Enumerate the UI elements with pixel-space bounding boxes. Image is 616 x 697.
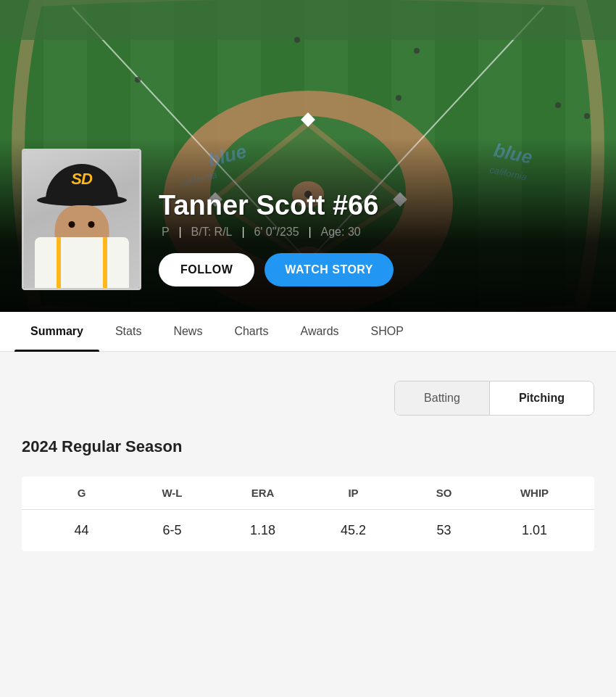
stats-table: G W-L ERA IP SO WHIP 44 6-5 1.18 45.2 53…: [22, 477, 594, 551]
col-g: G: [36, 487, 127, 499]
stat-whip: 1.01: [489, 523, 580, 538]
col-so: SO: [399, 487, 489, 499]
tab-awards[interactable]: Awards: [285, 312, 355, 351]
player-position: P: [162, 226, 170, 238]
batting-toggle[interactable]: Batting: [395, 382, 490, 415]
stat-so: 53: [399, 523, 489, 538]
hero-buttons: FOLLOW WATCH STORY: [159, 253, 394, 286]
tab-summary[interactable]: Summary: [14, 312, 99, 351]
stat-ip: 45.2: [308, 523, 399, 538]
stats-header: G W-L ERA IP SO WHIP: [22, 477, 594, 510]
hero-section: blue california blue california SD: [0, 0, 616, 312]
svg-point-38: [555, 102, 561, 108]
svg-point-35: [135, 77, 141, 83]
watch-story-button[interactable]: WATCH STORY: [265, 253, 394, 286]
main-content: Batting Pitching 2024 Regular Season G W…: [0, 352, 616, 642]
stat-toggle: Batting Pitching: [22, 381, 594, 416]
player-age: Age: 30: [321, 226, 361, 238]
player-name: Tanner Scott #66: [159, 190, 394, 221]
follow-button[interactable]: FOLLOW: [159, 253, 254, 286]
svg-point-39: [584, 113, 590, 119]
player-bats-throws: B/T: R/L: [191, 226, 233, 238]
svg-point-37: [414, 48, 420, 54]
tab-charts[interactable]: Charts: [218, 312, 284, 351]
col-wl: W-L: [127, 487, 217, 499]
svg-point-34: [396, 95, 401, 101]
col-ip: IP: [308, 487, 399, 499]
player-details: P | B/T: R/L | 6' 0"/235 | Age: 30: [159, 226, 394, 239]
toggle-group: Batting Pitching: [394, 381, 594, 416]
season-label: 2024 Regular Season: [22, 437, 594, 456]
svg-rect-28: [0, 0, 616, 40]
stat-era: 1.18: [217, 523, 308, 538]
stat-g: 44: [36, 523, 127, 538]
nav-tabs: Summary Stats News Charts Awards SHOP: [0, 312, 616, 352]
tab-stats[interactable]: Stats: [99, 312, 157, 351]
player-info: Tanner Scott #66 P | B/T: R/L | 6' 0"/23…: [159, 190, 394, 290]
hero-content: SD Tanner Scott: [22, 149, 394, 290]
pitching-toggle[interactable]: Pitching: [490, 382, 594, 415]
player-height-weight: 6' 0"/235: [254, 226, 299, 238]
col-era: ERA: [217, 487, 308, 499]
stat-wl: 6-5: [127, 523, 217, 538]
player-photo: SD: [22, 149, 141, 290]
tab-shop[interactable]: SHOP: [355, 312, 420, 351]
table-row: 44 6-5 1.18 45.2 53 1.01: [22, 510, 594, 551]
svg-point-36: [294, 37, 300, 43]
tab-news[interactable]: News: [157, 312, 218, 351]
col-whip: WHIP: [489, 487, 580, 499]
